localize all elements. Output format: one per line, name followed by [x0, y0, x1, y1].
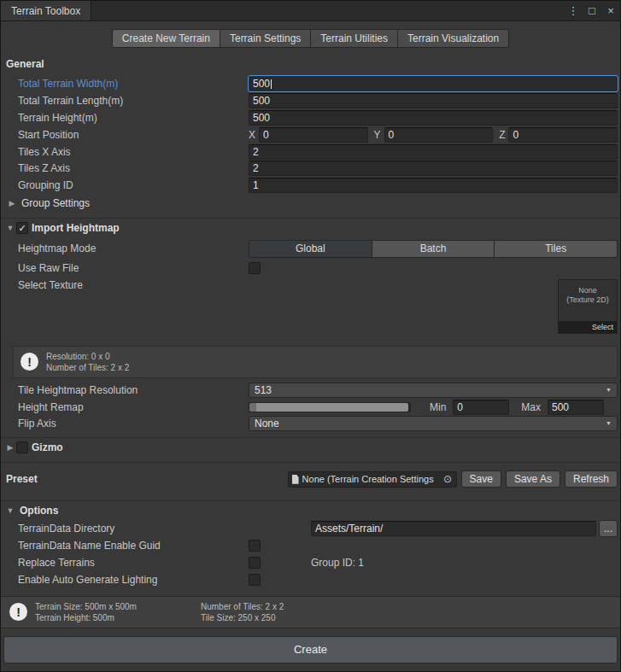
gizmo-label: Gizmo	[32, 441, 63, 453]
auto-generate-lighting-row: Enable Auto Generate Lighting	[1, 571, 620, 588]
preset-label: Preset	[6, 473, 288, 485]
texture-object-picker[interactable]: None (Texture 2D) Select	[558, 279, 618, 334]
terraindata-directory-content: Assets/Terrain/ ...	[249, 520, 618, 537]
replace-terrains-checkbox[interactable]	[249, 557, 261, 569]
import-heightmap-foldout[interactable]: ▼ ✓ Import Heightmap	[1, 219, 620, 237]
gizmo-foldout[interactable]: ▶ Gizmo	[1, 438, 620, 457]
start-position-z-field[interactable]: 0	[508, 127, 618, 143]
start-position-row: Start Position X 0 Y 0 Z 0	[1, 126, 620, 143]
heightmap-mode-global-button[interactable]: Global	[249, 240, 372, 258]
auto-generate-lighting-checkbox[interactable]	[249, 574, 261, 586]
total-terrain-length-field[interactable]: 500	[249, 93, 618, 108]
chevron-down-icon: ▼	[606, 417, 612, 430]
options-label: Options	[20, 505, 58, 517]
height-remap-max-field[interactable]: 500	[548, 400, 604, 415]
import-heightmap-checkbox[interactable]: ✓	[16, 222, 28, 234]
start-position-y-field[interactable]: 0	[384, 127, 494, 143]
start-position-x-field[interactable]: 0	[259, 127, 368, 143]
terraindata-directory-field[interactable]: Assets/Terrain/	[311, 521, 596, 536]
text-caret	[271, 79, 272, 89]
tab-create-new-terrain[interactable]: Create New Terrain	[112, 29, 220, 48]
texture-select-button[interactable]: Select	[559, 321, 617, 333]
grouping-id-field[interactable]: 1	[249, 178, 618, 193]
close-icon[interactable]: ×	[601, 1, 620, 20]
height-remap-min-label: Min	[430, 401, 446, 413]
replace-terrains-row: Replace Terrains Group ID: 1	[1, 554, 620, 571]
gizmo-checkbox[interactable]	[16, 441, 28, 453]
terraindata-name-guid-label: TerrainData Name Enable Guid	[18, 540, 249, 552]
group-settings-foldout[interactable]: ▶ Group Settings	[1, 194, 620, 213]
browse-button[interactable]: ...	[599, 520, 618, 537]
use-raw-file-checkbox[interactable]	[249, 262, 261, 274]
save-as-button[interactable]: Save As	[506, 470, 560, 488]
flip-axis-label: Flip Axis	[18, 418, 249, 429]
slider-min-handle[interactable]	[249, 403, 256, 412]
main-tab-bar: Create New Terrain Terrain Settings Terr…	[1, 29, 620, 48]
height-remap-label: Height Remap	[18, 401, 249, 413]
height-remap-max-label: Max	[521, 401, 541, 413]
preset-row: Preset None (Terrain Creation Settings ⊙…	[1, 463, 620, 495]
tiles-x-axis-field[interactable]: 2	[249, 144, 618, 160]
flip-axis-row: Flip Axis None ▼	[1, 415, 620, 432]
select-texture-row: Select Texture None (Texture 2D) Select	[1, 277, 620, 339]
tile-heightmap-resolution-label: Tile Heightmap Resolution	[18, 384, 249, 396]
total-terrain-width-label: Total Terrain Width(m)	[18, 78, 249, 90]
window-tab-terrain-toolbox[interactable]: Terrain Toolbox	[1, 1, 91, 20]
tiles-z-axis-field[interactable]: 2	[249, 161, 618, 176]
general-section-header: General	[1, 48, 620, 75]
tiles-z-axis-row: Tiles Z Axis 2	[1, 161, 620, 178]
start-position-label: Start Position	[18, 129, 249, 141]
heightmap-mode-row: Heightmap Mode Global Batch Tiles	[1, 237, 620, 260]
preset-object-value: None (Terrain Creation Settings	[302, 474, 442, 484]
terrain-height-row: Terrain Height(m) 500	[1, 109, 620, 126]
total-terrain-width-row: Total Terrain Width(m) 500	[1, 75, 620, 92]
import-heightmap-label: Import Heightmap	[32, 222, 120, 234]
options-foldout[interactable]: ▼ Options	[1, 501, 620, 520]
resolution-info-box: ! Resolution: 0 x 0 Number of Tiles: 2 x…	[13, 346, 618, 378]
replace-terrains-label: Replace Terrains	[18, 557, 249, 569]
maximize-icon[interactable]: □	[583, 1, 601, 20]
axis-y-label: Y	[374, 129, 381, 141]
tiles-x-axis-label: Tiles X Axis	[18, 146, 249, 158]
terrain-height-field[interactable]: 500	[249, 110, 618, 126]
info-icon: !	[9, 603, 27, 621]
terrain-toolbox-window: Terrain Toolbox ⋮ □ × Create New Terrain…	[0, 0, 621, 672]
texture-none-text: None (Texture 2D)	[559, 280, 617, 305]
total-terrain-width-field[interactable]: 500	[249, 76, 618, 91]
terraindata-name-guid-checkbox[interactable]	[249, 540, 261, 552]
height-remap-min-field[interactable]: 0	[453, 400, 509, 415]
preset-object-field[interactable]: None (Terrain Creation Settings ⊙	[288, 471, 457, 488]
auto-generate-lighting-label: Enable Auto Generate Lighting	[18, 574, 249, 586]
flip-axis-dropdown[interactable]: None ▼	[249, 416, 618, 431]
create-button[interactable]: Create	[3, 636, 618, 663]
tiles-z-axis-label: Tiles Z Axis	[18, 162, 249, 174]
terraindata-directory-label: TerrainData Directory	[18, 523, 249, 535]
summary-size-column: Terrain Size: 500m x 500m Terrain Height…	[35, 601, 193, 623]
tab-terrain-utilities[interactable]: Terrain Utilities	[311, 29, 398, 48]
heightmap-mode-segmented-control: Global Batch Tiles	[249, 240, 618, 258]
window-menu-icon[interactable]: ⋮	[564, 1, 583, 20]
heightmap-mode-tiles-button[interactable]: Tiles	[495, 240, 618, 258]
tile-heightmap-resolution-dropdown[interactable]: 513 ▼	[249, 383, 618, 398]
terraindata-name-guid-row: TerrainData Name Enable Guid	[1, 537, 620, 554]
titlebar-spacer	[91, 1, 564, 20]
terraindata-directory-row: TerrainData Directory Assets/Terrain/ ..…	[1, 520, 620, 537]
axis-x-label: X	[249, 129, 255, 141]
title-bar: Terrain Toolbox ⋮ □ ×	[1, 1, 620, 21]
group-id-text: Group ID: 1	[311, 557, 364, 569]
preset-asset-icon	[292, 475, 299, 484]
save-button[interactable]: Save	[461, 470, 501, 488]
tab-terrain-visualization[interactable]: Terrain Visualization	[398, 29, 509, 48]
use-raw-file-row: Use Raw File	[1, 260, 620, 277]
heightmap-mode-batch-button[interactable]: Batch	[372, 240, 495, 258]
check-icon: ✓	[18, 224, 26, 233]
refresh-button[interactable]: Refresh	[565, 470, 618, 488]
tab-terrain-settings[interactable]: Terrain Settings	[220, 29, 311, 48]
height-remap-slider[interactable]	[249, 402, 411, 412]
grouping-id-row: Grouping ID 1	[1, 177, 620, 194]
heightmap-mode-label: Heightmap Mode	[18, 243, 150, 254]
window-title: Terrain Toolbox	[11, 5, 80, 17]
object-picker-icon[interactable]: ⊙	[442, 473, 454, 485]
slider-fill[interactable]	[256, 403, 408, 412]
height-remap-row: Height Remap Min 0 Max 500	[1, 399, 620, 416]
